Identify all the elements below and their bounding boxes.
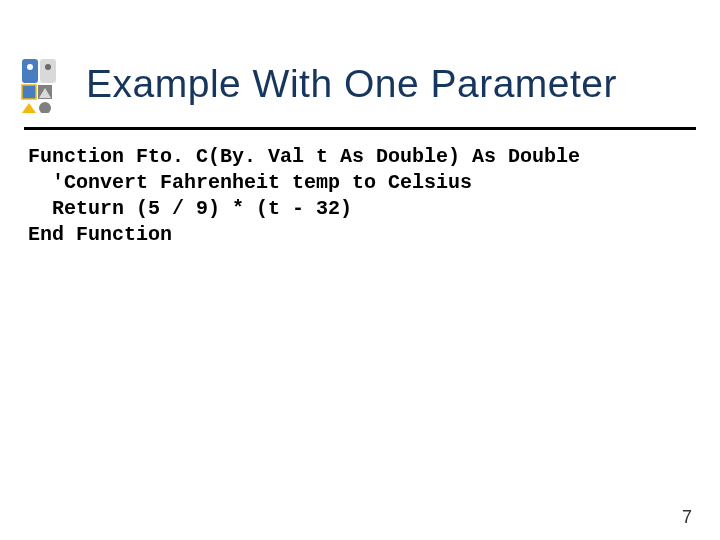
slide-title: Example With One Parameter: [86, 62, 617, 106]
code-block: Function Fto. C(By. Val t As Double) As …: [0, 144, 720, 248]
svg-rect-4: [22, 85, 36, 99]
page-number: 7: [682, 507, 692, 528]
code-line-3: Return (5 / 9) * (t - 32): [28, 197, 352, 220]
svg-rect-0: [22, 59, 38, 83]
code-line-1: Function Fto. C(By. Val t As Double) As …: [28, 145, 580, 168]
svg-marker-6: [22, 103, 36, 113]
title-divider: [24, 127, 696, 130]
svg-point-7: [39, 102, 51, 113]
svg-point-3: [45, 64, 51, 70]
slide-header: Example With One Parameter: [0, 0, 720, 123]
code-line-2: 'Convert Fahrenheit temp to Celsius: [28, 171, 472, 194]
code-line-4: End Function: [28, 223, 172, 246]
svg-point-2: [27, 64, 33, 70]
svg-rect-1: [40, 59, 56, 83]
logo-icon: [20, 55, 78, 113]
